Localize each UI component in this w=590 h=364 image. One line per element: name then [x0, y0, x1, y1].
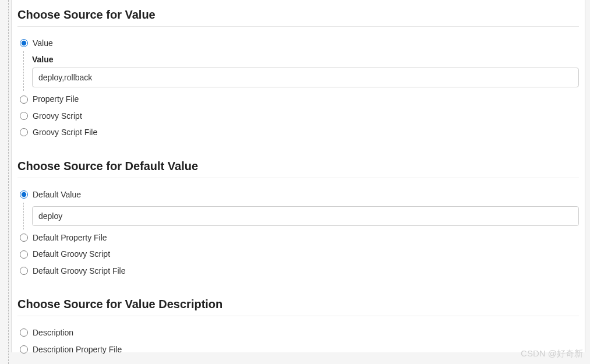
radio-label-default-groovy-script-file[interactable]: Default Groovy Script File — [33, 264, 126, 277]
radio-default-groovy-script[interactable] — [20, 250, 28, 259]
radio-default-property-file[interactable] — [20, 234, 28, 242]
radio-description[interactable] — [20, 328, 28, 337]
radio-property-file[interactable] — [20, 96, 28, 104]
radio-label-value[interactable]: Value — [33, 37, 53, 50]
radio-label-property-file[interactable]: Property File — [33, 93, 79, 105]
radio-description-property-file[interactable] — [20, 345, 28, 354]
section-default-value-source: Choose Source for Default Value Default … — [12, 151, 585, 290]
nested-value-input: Value — [23, 51, 579, 91]
radio-groovy-script[interactable] — [20, 112, 28, 120]
radio-groovy-script-file[interactable] — [20, 128, 28, 136]
form-panel: Choose Source for Value Value Value Prop… — [11, 0, 585, 352]
radio-label-description[interactable]: Description — [33, 326, 73, 339]
radio-row-groovy-script-file[interactable]: Groovy Script File — [17, 124, 579, 140]
radio-row-description[interactable]: Description — [17, 324, 579, 341]
radio-row-default-value[interactable]: Default Value — [17, 186, 579, 203]
radio-label-default-value[interactable]: Default Value — [33, 188, 81, 201]
input-value[interactable] — [32, 68, 579, 87]
section-title-value: Choose Source for Value — [17, 6, 579, 27]
radio-row-groovy-script[interactable]: Groovy Script — [17, 108, 579, 124]
outer-container: Choose Source for Value Value Value Prop… — [8, 0, 590, 364]
radio-row-property-file[interactable]: Property File — [17, 91, 579, 107]
field-label-value: Value — [32, 55, 579, 64]
radio-row-default-groovy-script-file[interactable]: Default Groovy Script File — [17, 263, 579, 279]
radio-label-description-property-file[interactable]: Description Property File — [33, 343, 122, 356]
radio-row-default-groovy-script[interactable]: Default Groovy Script — [17, 246, 579, 262]
section-value-source: Choose Source for Value Value Value Prop… — [12, 0, 585, 151]
section-title-default-value: Choose Source for Default Value — [17, 157, 579, 178]
radio-row-description-property-file[interactable]: Description Property File — [17, 341, 579, 358]
radio-value[interactable] — [20, 39, 28, 47]
radio-label-default-groovy-script[interactable]: Default Groovy Script — [33, 248, 110, 260]
radio-default-groovy-script-file[interactable] — [20, 267, 28, 275]
nested-default-value-input — [23, 203, 579, 229]
section-value-description-source: Choose Source for Value Description Desc… — [12, 289, 585, 364]
radio-row-default-property-file[interactable]: Default Property File — [17, 229, 579, 246]
radio-label-groovy-script[interactable]: Groovy Script — [33, 109, 82, 122]
radio-label-groovy-script-file[interactable]: Groovy Script File — [33, 126, 97, 139]
input-default-value[interactable] — [32, 206, 579, 226]
radio-default-value[interactable] — [20, 190, 28, 199]
section-title-value-description: Choose Source for Value Description — [17, 295, 579, 316]
radio-row-value[interactable]: Value — [17, 35, 579, 51]
radio-label-default-property-file[interactable]: Default Property File — [33, 231, 107, 244]
